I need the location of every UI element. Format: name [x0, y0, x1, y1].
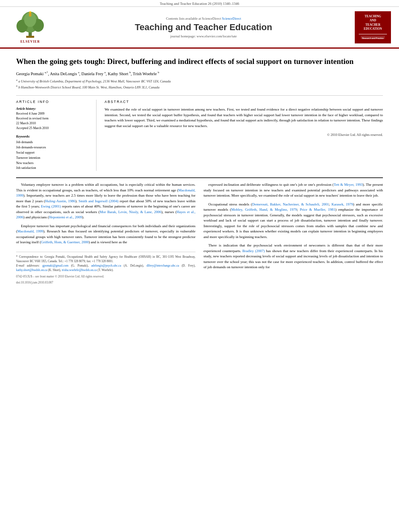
- body-para-2: Employee turnover has important psycholo…: [16, 224, 195, 245]
- footnote-star: * Correspondence to: Georgia Pomaki, Occ…: [16, 255, 195, 264]
- info-abstract-section: ARTICLE INFO Article history: Received 4…: [16, 100, 383, 171]
- ref-macdonald-1999b[interactable]: Macdonald, 1999: [17, 229, 43, 233]
- body-columns: Voluntary employee turnover is a problem…: [16, 182, 383, 285]
- article-info-column: ARTICLE INFO Article history: Received 4…: [16, 100, 97, 171]
- ref-ewing[interactable]: Ewing (2001): [41, 204, 61, 208]
- ref-demerouti[interactable]: Demerouti, Bakker, Nachreiner, & Schaufe…: [252, 202, 329, 206]
- ref-macdonald-1999[interactable]: Macdonald, 1999: [16, 188, 195, 198]
- logo-decoration: Research and Practice: [359, 33, 387, 40]
- ref-price-mueller[interactable]: Price & Mueller, 1981: [300, 207, 335, 212]
- affiliations-block: a a University of British Columbia, Depa…: [16, 78, 383, 90]
- sciencedirect-link: Contents lists available at ScienceDirec…: [52, 16, 355, 21]
- ref-mobley[interactable]: Mobley, Griffeth, Hand, & Meglino, 1979: [231, 207, 297, 212]
- abstract-column: ABSTRACT We examined the role of social …: [105, 100, 383, 171]
- accepted-date: Accepted 25 March 2010: [16, 126, 90, 131]
- sciencedirect-anchor[interactable]: ScienceDirect: [222, 16, 241, 21]
- keyword-2: Job demands-resources: [16, 145, 90, 150]
- footnote-area: * Correspondence to: Georgia Pomaki, Occ…: [16, 252, 195, 285]
- received-revised-label: Received in revised form: [16, 116, 90, 121]
- abstract-copyright: © 2010 Elsevier Ltd. All rights reserved…: [105, 133, 383, 137]
- abstract-heading: ABSTRACT: [105, 100, 383, 104]
- elsevier-tree-icon: [14, 11, 46, 39]
- article-content: When the going gets tough: Direct, buffe…: [0, 49, 399, 293]
- received-revised-date: 22 March 2010: [16, 121, 90, 126]
- ref-heponiemi[interactable]: Heponiemi et al., 2009: [49, 215, 82, 219]
- journal-title-block: Contents lists available at ScienceDirec…: [52, 16, 355, 38]
- email-gpomaki[interactable]: gpomaki@gmail.com: [42, 264, 68, 267]
- affiliation-b: b b Hamilton-Wentworth District School B…: [16, 84, 383, 90]
- keyword-6: Job satisfaction: [16, 166, 90, 171]
- elsevier-brand-label: ELSEVIER: [21, 40, 40, 43]
- body-left-column: Voluntary employee turnover is a problem…: [16, 182, 195, 285]
- copyright-line: 0742-051X/$ – see front matter © 2010 El…: [16, 274, 195, 279]
- keyword-5: New teachers: [16, 161, 90, 166]
- history-label: Article history:: [16, 107, 90, 111]
- keyword-3: Social support: [16, 150, 90, 156]
- divider-1: [16, 95, 383, 96]
- journal-name: Teaching and Teacher Education: [52, 22, 355, 33]
- body-divider: [16, 177, 383, 178]
- article-history: Article history: Received 4 June 2009 Re…: [16, 107, 90, 131]
- affiliation-a: a a University of British Columbia, Depa…: [16, 78, 383, 84]
- body-right-para-1: expressed inclination and deliberate wil…: [204, 182, 383, 199]
- body-para-1: Voluntary employee turnover is a problem…: [16, 182, 195, 220]
- ref-karasek[interactable]: Karasek, 1979: [331, 202, 353, 206]
- email-kathy[interactable]: kathy.short@hwdsh.on.ca: [16, 268, 47, 272]
- doi-line: doi:10.1016/j.tate.2010.03.007: [16, 280, 195, 285]
- svg-rect-7: [26, 36, 34, 38]
- svg-marker-6: [29, 11, 31, 12]
- email-trisha[interactable]: trisha.woehrle@hwdsh.on.ca: [62, 268, 97, 272]
- keywords-label: Keywords:: [16, 135, 90, 138]
- keyword-4: Turnover intention: [16, 156, 90, 161]
- ref-smith-ingersoll[interactable]: Smith and Ingersoll (2004): [78, 199, 118, 203]
- keyword-1: Job demands: [16, 140, 90, 145]
- svg-rect-5: [29, 12, 31, 16]
- elsevier-logo: ELSEVIER: [8, 11, 52, 43]
- abstract-text: We examined the role of social support i…: [105, 107, 383, 129]
- ref-tett-meyer[interactable]: Tett & Meyer, 1993: [334, 183, 363, 187]
- ref-bradley[interactable]: Bradley (2007): [243, 249, 265, 253]
- ref-griffeth[interactable]: Griffeth, Hom, & Gaertner, 2000: [41, 240, 89, 244]
- svg-text:Research and Practice: Research and Practice: [362, 37, 384, 39]
- authors-line: Georgia Pomaki a,*, Anita DeLongis a, Da…: [16, 71, 383, 76]
- body-right-column: expressed inclination and deliberate wil…: [204, 182, 383, 285]
- email-dlfrey[interactable]: dlfrey@interchange.ubc.ca: [146, 264, 179, 267]
- ref-huling-austin[interactable]: Huling-Austin, 1986: [45, 199, 75, 203]
- keywords-section: Keywords: Job demands Job demands-resour…: [16, 135, 90, 171]
- email-adelongis[interactable]: adelongis@psych.ubc.ca: [91, 264, 121, 267]
- journal-logo-right: TEACHING AND TEACHER EDUCATION Research …: [355, 11, 391, 43]
- svg-rect-8: [359, 34, 387, 35]
- footnote-emails: E-mail addresses: gpomaki@gmail.com (G. …: [16, 263, 195, 273]
- article-title: When the going gets tough: Direct, buffe…: [16, 57, 383, 67]
- journal-homepage: journal homepage: www.elsevier.com/locat…: [52, 34, 355, 38]
- body-right-para-3: There is indication that the psychosocia…: [204, 243, 383, 270]
- article-info-heading: ARTICLE INFO: [16, 100, 90, 104]
- ref-mor-barak[interactable]: Mor Barak, Levin, Nissly, & Lane, 2006: [100, 210, 161, 214]
- journal-citation: Teaching and Teacher Education 26 (2010)…: [0, 0, 399, 7]
- journal-header: ELSEVIER Contents lists available at Sci…: [0, 7, 399, 49]
- body-right-para-2: Occupational stress models (Demerouti, B…: [204, 202, 383, 240]
- received-date: Received 4 June 2009: [16, 111, 90, 116]
